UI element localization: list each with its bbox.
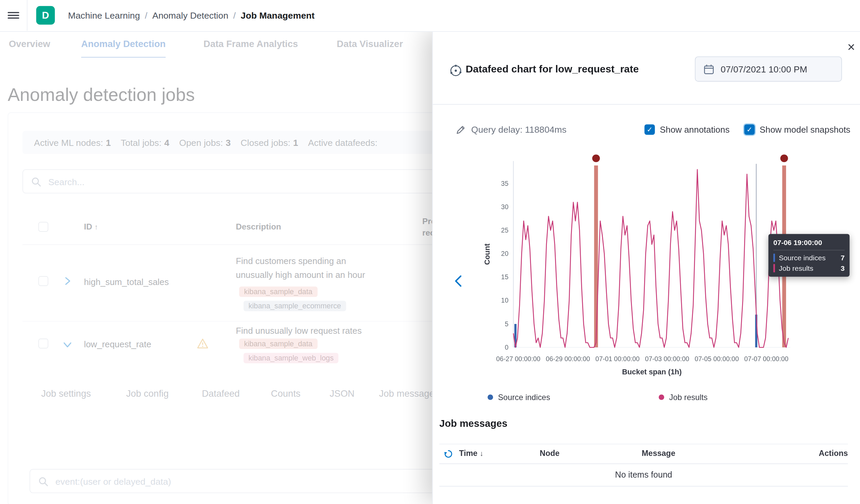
svg-text:20: 20 [501, 250, 508, 257]
breadcrumb-anomaly-detection[interactable]: Anomaly Detection [153, 11, 228, 21]
column-header-message: Message [642, 449, 675, 458]
refresh-icon[interactable] [444, 449, 453, 459]
sort-desc-icon: ↓ [480, 449, 484, 457]
svg-text:Bucket span (1h): Bucket span (1h) [622, 368, 682, 376]
series-swatch [773, 264, 775, 272]
breadcrumb-machine-learning[interactable]: Machine Learning [68, 11, 140, 21]
svg-text:07-03 00:00:00: 07-03 00:00:00 [645, 355, 690, 362]
query-delay: Query delay: 118804ms [456, 124, 567, 135]
show-annotations-checkbox[interactable]: ✓ Show annotations [645, 124, 730, 135]
legend-dot [659, 394, 664, 400]
annotation-pencil-icon [456, 124, 465, 134]
chevron-left-icon [452, 272, 465, 289]
svg-text:25: 25 [501, 226, 508, 234]
job-messages-header: Time↓ Node Message Actions [440, 444, 848, 464]
app-root: D Machine Learning / Anomaly Detection /… [0, 0, 860, 504]
svg-text:35: 35 [501, 180, 508, 187]
date-picker[interactable]: 07/07/2021 10:00 PM [695, 57, 842, 81]
tooltip-row: Source indices 7 [773, 253, 844, 262]
breadcrumb-job-management: Job Management [241, 11, 314, 21]
hamburger-menu-icon[interactable] [0, 0, 27, 31]
tooltip-row: Job results 3 [773, 264, 844, 272]
legend-dot [488, 394, 493, 400]
empty-table-message: No items found [440, 464, 848, 486]
svg-text:0: 0 [505, 344, 508, 351]
svg-text:10: 10 [501, 297, 508, 304]
chart-tooltip: 07-06 19:00:00 Source indices 7 Job resu… [769, 234, 850, 277]
svg-text:30: 30 [501, 203, 508, 210]
datafeed-chart-icon [449, 64, 462, 79]
svg-text:06-29 00:00:00: 06-29 00:00:00 [546, 355, 590, 362]
checkbox-checked-icon: ✓ [645, 124, 655, 135]
svg-text:07-01 00:00:00: 07-01 00:00:00 [596, 355, 640, 362]
svg-text:Count: Count [483, 244, 491, 265]
breadcrumb-separator: / [233, 11, 235, 21]
job-messages-table: Time↓ Node Message Actions No items foun… [440, 444, 848, 486]
column-header-actions: Actions [819, 449, 848, 458]
breadcrumb: Machine Learning / Anomaly Detection / J… [68, 0, 315, 31]
date-picker-value: 07/07/2021 10:00 PM [721, 64, 807, 74]
checkbox-label: Show annotations [660, 124, 730, 134]
top-bar: D Machine Learning / Anomaly Detection /… [0, 0, 860, 32]
flyout-title: Datafeed chart for low_request_rate [465, 63, 639, 75]
calendar-icon [704, 64, 714, 74]
checkbox-checked-icon: ✓ [744, 124, 755, 135]
svg-text:06-27 00:00:00: 06-27 00:00:00 [496, 355, 541, 362]
column-header-time[interactable]: Time↓ [459, 449, 483, 458]
breadcrumb-separator: / [145, 11, 147, 21]
checkbox-label: Show model snapshots [760, 124, 850, 134]
deployment-logo[interactable]: D [36, 6, 55, 25]
show-model-snapshots-checkbox[interactable]: ✓ Show model snapshots [744, 124, 850, 135]
job-messages-title: Job messages [440, 418, 507, 430]
divider [433, 104, 860, 105]
column-header-node: Node [540, 449, 560, 458]
svg-text:15: 15 [501, 273, 508, 281]
svg-text:07-05 00:00:00: 07-05 00:00:00 [694, 355, 739, 362]
legend-source-indices[interactable]: Source indices [488, 393, 550, 402]
tooltip-header: 07-06 19:00:00 [773, 238, 844, 251]
svg-text:07-07 00:00:00: 07-07 00:00:00 [744, 355, 788, 362]
svg-text:5: 5 [505, 320, 508, 328]
datafeed-chart-plot[interactable]: 0510152025303506-27 00:00:0006-29 00:00:… [483, 153, 801, 379]
close-icon[interactable]: × [843, 39, 860, 56]
legend-job-results[interactable]: Job results [659, 393, 707, 402]
chart-previous-button[interactable] [450, 272, 467, 291]
series-swatch [773, 253, 775, 262]
datafeed-chart-flyout: × Datafeed chart for low_request_rate 07… [432, 31, 860, 504]
query-delay-text: Query delay: 118804ms [471, 124, 567, 135]
